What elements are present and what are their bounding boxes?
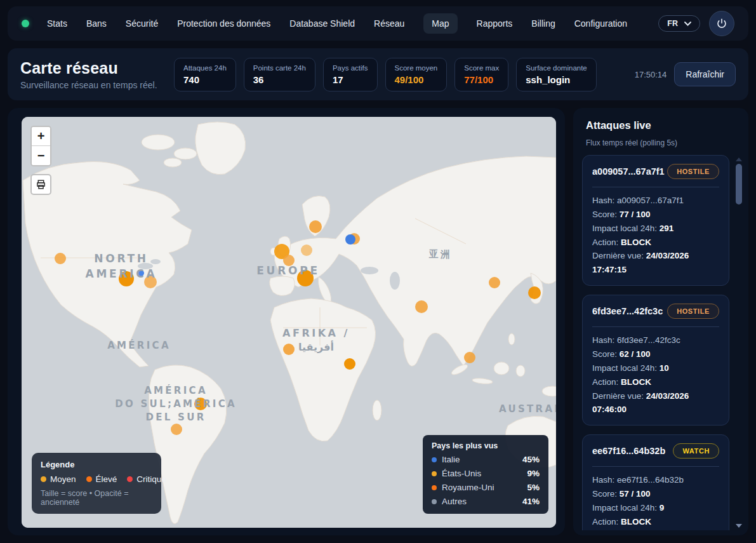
attack-point[interactable] bbox=[464, 352, 475, 363]
attack-point[interactable] bbox=[309, 220, 322, 233]
attack-id: a009057...67a7f1 bbox=[592, 166, 665, 177]
stat-card-score-max: Score max77/100 bbox=[454, 58, 508, 91]
nav-item-database-shield[interactable]: Database Shield bbox=[289, 18, 355, 29]
stat-value: 17 bbox=[333, 74, 368, 85]
print-map-button[interactable] bbox=[30, 174, 51, 195]
zoom-in-button[interactable]: + bbox=[32, 127, 50, 146]
scrollbar-up-icon[interactable] bbox=[736, 158, 742, 161]
field-last-seen: Dernière vue: 24/03/2026 07:46:00 bbox=[592, 389, 719, 417]
stat-value: 77/100 bbox=[464, 74, 499, 85]
scrollbar-track[interactable] bbox=[735, 156, 743, 529]
attack-point[interactable] bbox=[194, 398, 207, 410]
country-row-tats-unis: États-Unis9% bbox=[432, 469, 540, 478]
field-action: Action: BLOCK bbox=[592, 515, 719, 529]
stat-label: Pays actifs bbox=[333, 64, 368, 72]
nav-item-billing[interactable]: Billing bbox=[531, 18, 555, 29]
country-percent: 45% bbox=[522, 455, 540, 464]
stat-label: Attaques 24h bbox=[183, 64, 227, 72]
field-score-value: 57 / 100 bbox=[620, 489, 651, 499]
attack-point[interactable] bbox=[283, 344, 295, 355]
nav-item-configuration[interactable]: Configuration bbox=[574, 18, 627, 29]
nav-item-map[interactable]: Map bbox=[423, 13, 457, 34]
legend-dot-icon bbox=[41, 476, 46, 482]
legend-item-label: Élevé bbox=[96, 474, 117, 484]
nav-item-stats[interactable]: Stats bbox=[47, 18, 67, 29]
legend-dot-icon bbox=[86, 476, 92, 482]
country-row-royaume-uni: Royaume-Uni5% bbox=[432, 483, 540, 492]
live-attack-card: ee67f16...64b32bWATCHHash: ee67f16...64b… bbox=[582, 434, 729, 530]
nav-item-protection-des-donn-es[interactable]: Protection des données bbox=[177, 18, 270, 29]
world-map[interactable]: NORTH AMERICAAMÉRICAEUROPE亚洲AFRIKA / أفر… bbox=[22, 117, 556, 528]
field-action-value: BLOCK bbox=[621, 238, 651, 247]
field-last-seen-value: 24/03/2026 07:46:00 bbox=[592, 391, 689, 415]
field-hash-value: a009057...67a7f1 bbox=[617, 196, 684, 205]
live-attacks-title: Attaques live bbox=[586, 119, 736, 131]
field-impact: Impact local 24h: 291 bbox=[592, 222, 719, 236]
legend-title: Légende bbox=[41, 460, 152, 469]
title-block: Carte réseau Surveillance réseau en temp… bbox=[20, 59, 174, 90]
scrollbar-down-icon[interactable] bbox=[736, 524, 742, 528]
attack-point[interactable] bbox=[283, 255, 295, 266]
country-percent: 41% bbox=[522, 497, 540, 506]
field-hash-value: ee67f16...64b32b bbox=[617, 475, 684, 485]
nav-items: StatsBansSécuritéProtection des donnéesD… bbox=[47, 13, 658, 34]
country-name: Autres bbox=[442, 497, 517, 506]
power-button[interactable] bbox=[709, 11, 734, 36]
attack-point[interactable] bbox=[301, 245, 312, 256]
language-select[interactable]: FR bbox=[658, 15, 700, 32]
nav-item-s-curit[interactable]: Sécurité bbox=[126, 18, 158, 29]
field-score: Score: 77 / 100 bbox=[592, 208, 719, 222]
attack-point[interactable] bbox=[171, 424, 182, 435]
live-card-header: ee67f16...64b32bWATCH bbox=[592, 443, 719, 459]
attack-id: 6fd3ee7...42fc3c bbox=[592, 306, 663, 316]
field-hash-value: 6fd3ee7...42fc3c bbox=[617, 335, 680, 345]
country-percent: 9% bbox=[527, 469, 540, 478]
status-badge: HOSTILE bbox=[667, 304, 719, 319]
field-action-value: BLOCK bbox=[621, 377, 651, 387]
field-score-value: 62 / 100 bbox=[620, 349, 651, 359]
legend-item-label: Moyen bbox=[50, 474, 76, 484]
attack-point[interactable] bbox=[489, 277, 500, 288]
attack-point[interactable] bbox=[344, 358, 355, 370]
attack-point[interactable] bbox=[297, 270, 314, 286]
attack-point[interactable] bbox=[345, 234, 355, 245]
field-last-seen: Dernière vue: 23/03/2026 20:54:40 bbox=[592, 529, 719, 530]
attack-point[interactable] bbox=[119, 271, 134, 286]
field-last-seen: Dernière vue: 24/03/2026 17:47:15 bbox=[592, 249, 719, 277]
legend-item-lev: Élevé bbox=[86, 474, 117, 484]
field-action: Action: BLOCK bbox=[592, 236, 719, 250]
nav-item-rapports[interactable]: Rapports bbox=[477, 18, 513, 29]
language-value: FR bbox=[667, 19, 678, 28]
field-hash: Hash: ee67f16...64b32b bbox=[592, 473, 719, 487]
country-dot-icon bbox=[432, 457, 437, 462]
legend-note: Taille = score • Opacité = ancienneté bbox=[41, 489, 152, 507]
refresh-button[interactable]: Rafraîchir bbox=[674, 62, 736, 86]
field-score-value: 77 / 100 bbox=[620, 210, 651, 219]
status-badge: WATCH bbox=[673, 443, 719, 459]
field-hash: Hash: 6fd3ee7...42fc3c bbox=[592, 333, 719, 347]
attack-point[interactable] bbox=[55, 253, 66, 264]
stat-value: ssh_login bbox=[526, 74, 587, 85]
scrollbar-thumb[interactable] bbox=[736, 164, 742, 204]
page-header: Carte réseau Surveillance réseau en temp… bbox=[8, 48, 748, 100]
live-attacks-list[interactable]: a009057...67a7f1HOSTILEHash: a009057...6… bbox=[582, 155, 729, 530]
nav-item-r-seau[interactable]: Réseau bbox=[374, 18, 404, 29]
country-dot-icon bbox=[432, 485, 437, 490]
attack-point[interactable] bbox=[415, 300, 428, 313]
field-impact-value: 9 bbox=[660, 503, 665, 513]
attack-point[interactable] bbox=[528, 286, 541, 299]
nav-right: FR bbox=[658, 11, 734, 36]
clock: 17:50:14 bbox=[635, 70, 667, 79]
stat-value: 740 bbox=[183, 74, 227, 85]
field-impact-value: 10 bbox=[660, 363, 669, 373]
status-badge: HOSTILE bbox=[667, 164, 719, 179]
attack-point[interactable] bbox=[138, 270, 144, 276]
page-title: Carte réseau bbox=[20, 59, 174, 77]
zoom-out-button[interactable]: − bbox=[32, 146, 50, 165]
attack-point[interactable] bbox=[144, 276, 157, 288]
nav-item-bans[interactable]: Bans bbox=[86, 18, 107, 29]
live-attacks-panel: Attaques live Flux temps réel (polling 5… bbox=[573, 108, 748, 535]
stat-value: 36 bbox=[253, 74, 306, 85]
map-card: NORTH AMERICAAMÉRICAEUROPE亚洲AFRIKA / أفر… bbox=[8, 108, 565, 535]
power-icon bbox=[716, 18, 727, 29]
